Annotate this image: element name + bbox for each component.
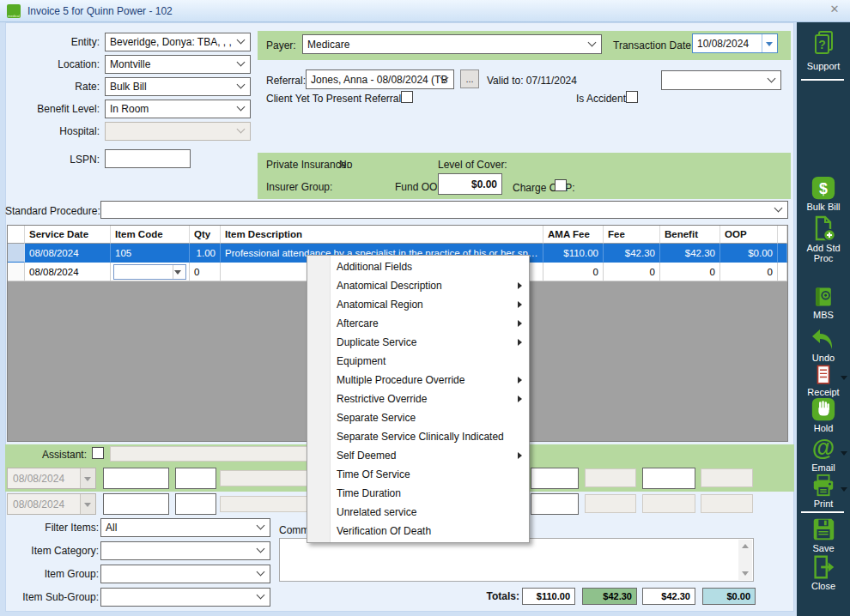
- bulk-bill-button[interactable]: $ Bulk Bill: [797, 175, 850, 212]
- menu-item-time-of-service[interactable]: Time Of Service: [307, 465, 529, 484]
- menu-item-aftercare[interactable]: Aftercare: [307, 314, 529, 333]
- detail-b-input-2[interactable]: [175, 493, 216, 515]
- standard-procedure-select[interactable]: [100, 201, 788, 219]
- dropdown-caret-icon[interactable]: [841, 487, 847, 492]
- dropdown-caret-icon[interactable]: [841, 451, 847, 456]
- referral-select[interactable]: Jones, Anna - 08/08/2024 (TB: [306, 69, 454, 89]
- dropdown-caret-icon[interactable]: [841, 376, 847, 380]
- comment-textarea[interactable]: [279, 538, 754, 582]
- print-button[interactable]: Print: [797, 474, 850, 509]
- sidebar-divider: [801, 79, 844, 81]
- menu-item-duplicate-service[interactable]: Duplicate Service: [307, 333, 529, 352]
- add-std-proc-button[interactable]: Add Std Proc: [797, 214, 850, 263]
- detail-b-readonly-3: [642, 494, 695, 513]
- email-button[interactable]: @ Email: [797, 434, 850, 473]
- submenu-arrow-icon: [518, 301, 522, 308]
- chevron-down-icon: [768, 74, 776, 82]
- close-button[interactable]: Close: [797, 554, 850, 591]
- charge-oop-checkbox[interactable]: [555, 179, 567, 191]
- item-category-select[interactable]: [100, 541, 270, 560]
- menu-item-additional-fields[interactable]: Additional Fields: [307, 257, 529, 276]
- detail-a-input-1[interactable]: [103, 468, 169, 489]
- chevron-down-icon: [237, 36, 246, 45]
- benefit-level-label: Benefit Level:: [5, 103, 100, 115]
- transaction-date-picker[interactable]: 10/08/2024: [692, 33, 778, 53]
- menu-item-equipment[interactable]: Equipment: [307, 352, 529, 371]
- item-subgroup-label: Item Sub-Group:: [5, 591, 99, 603]
- assistant-checkbox[interactable]: [92, 447, 104, 459]
- menu-item-unrelated-service[interactable]: Unrelated service: [307, 503, 529, 522]
- is-accident-label: Is Accident:: [576, 93, 628, 105]
- referral-browse-button[interactable]: ...: [460, 69, 479, 88]
- menu-item-restrictive-override[interactable]: Restrictive Override: [307, 390, 529, 408]
- scroll-up-icon[interactable]: [742, 544, 749, 548]
- menu-item-verification-of-death[interactable]: Verification Of Death: [307, 522, 529, 541]
- date-dropdown-button[interactable]: [762, 34, 777, 52]
- dropdown-arrow-icon: [84, 477, 91, 481]
- rate-label: Rate:: [5, 81, 100, 93]
- client-referral-label: Client Yet To Present Referral:: [266, 93, 404, 105]
- app-icon: medical: [7, 4, 21, 18]
- row-selector[interactable]: [8, 244, 25, 263]
- is-accident-checkbox[interactable]: [626, 91, 638, 103]
- benefit-level-select[interactable]: In Room: [105, 100, 251, 118]
- email-at-icon: @: [810, 434, 837, 462]
- fund-oop-field[interactable]: $0.00: [438, 173, 502, 195]
- dropdown-arrow-icon: [174, 270, 181, 275]
- detail-b-input-3[interactable]: [531, 493, 579, 515]
- chevron-down-icon: [237, 58, 246, 67]
- submenu-arrow-icon: [518, 452, 522, 459]
- valid-to-label: Valid to: 07/11/2024: [487, 75, 577, 87]
- menu-item-separate-service-clinically-indicated[interactable]: Separate Service Clinically Indicated: [307, 427, 529, 446]
- payer-label: Payer:: [266, 39, 296, 51]
- detail-b-input-1[interactable]: [103, 493, 169, 515]
- rate-select[interactable]: Bulk Bill: [105, 77, 251, 96]
- close-icon[interactable]: ✕: [826, 3, 843, 18]
- chevron-down-icon: [774, 203, 783, 212]
- level-of-cover-label: Level of Cover:: [438, 159, 507, 171]
- combo-dropdown-button[interactable]: [173, 265, 185, 279]
- client-referral-checkbox[interactable]: [401, 91, 413, 103]
- payer-select[interactable]: Medicare: [302, 34, 602, 54]
- private-insurance-value: No: [339, 159, 352, 171]
- menu-item-multiple-procedure-override[interactable]: Multiple Procedure Override: [307, 371, 529, 390]
- menu-item-time-duration[interactable]: Time Duration: [307, 484, 529, 503]
- mbs-button[interactable]: MBS: [797, 285, 850, 320]
- menu-item-separate-service[interactable]: Separate Service: [307, 408, 529, 427]
- lspn-input[interactable]: [105, 149, 191, 168]
- support-button[interactable]: ? Support: [797, 29, 850, 71]
- chevron-down-icon: [257, 568, 265, 577]
- entity-select[interactable]: Beveridge, Donya: TBA, , ,: [105, 33, 251, 51]
- detail-a-input-3[interactable]: [531, 468, 579, 489]
- receipt-button[interactable]: Receipt: [797, 364, 850, 397]
- dropdown-arrow-icon: [84, 503, 91, 507]
- title-bar: medical Invoice 5 for Quinn Power - 102 …: [0, 0, 850, 22]
- item-subgroup-select[interactable]: [100, 588, 270, 607]
- undo-button[interactable]: Undo: [797, 328, 850, 363]
- detail-a-input-2[interactable]: [175, 468, 216, 489]
- chevron-down-icon: [237, 103, 246, 112]
- detail-a-input-4[interactable]: [642, 468, 695, 489]
- menu-item-anatomical-description[interactable]: Anatomical Description: [307, 276, 529, 295]
- hold-button[interactable]: Hold: [797, 396, 850, 433]
- row-selector[interactable]: [8, 263, 25, 281]
- scroll-down-icon[interactable]: [742, 571, 749, 576]
- filter-items-select[interactable]: All: [100, 518, 270, 537]
- total-benefit: $42.30: [642, 588, 695, 605]
- scrollbar[interactable]: [738, 540, 752, 580]
- svg-text:?: ?: [818, 38, 826, 51]
- window-title: Invoice 5 for Quinn Power - 102: [27, 5, 173, 17]
- item-code-combo[interactable]: [113, 264, 186, 280]
- secondary-referral-select[interactable]: [661, 70, 781, 90]
- save-button[interactable]: Save: [797, 516, 850, 553]
- item-group-select[interactable]: [100, 565, 270, 583]
- chevron-down-icon: [237, 81, 246, 89]
- location-select[interactable]: Montville: [105, 55, 251, 74]
- standard-procedure-label: Standard Procedure:: [5, 205, 100, 217]
- chevron-down-icon: [257, 545, 265, 553]
- detail-a-readonly-3: [701, 468, 753, 487]
- detail-row-a-date: 08/08/2024: [7, 468, 96, 489]
- menu-item-anatomical-region[interactable]: Anatomical Region: [307, 295, 529, 314]
- menu-item-self-deemed[interactable]: Self Deemed: [307, 446, 529, 465]
- exit-door-icon: [811, 554, 836, 580]
